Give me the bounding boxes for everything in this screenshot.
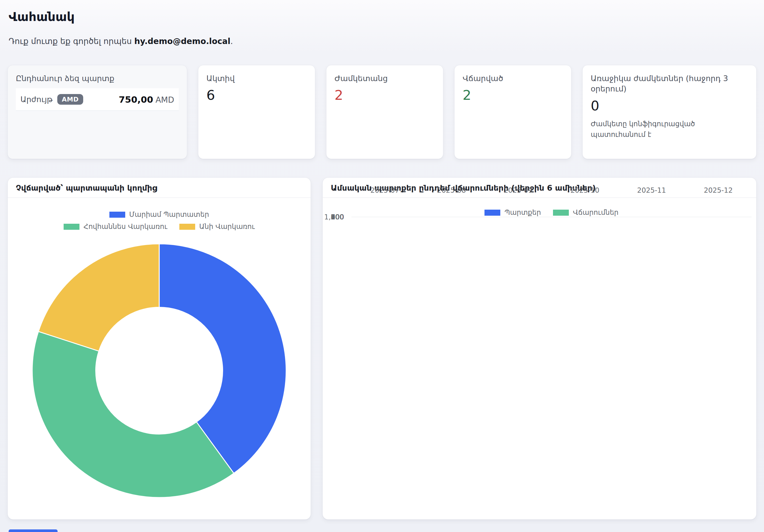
donut-legend-item-1[interactable]: Հովհաննես Վարկառու — [64, 222, 167, 231]
login-status-suffix: . — [230, 37, 233, 46]
donut-chart — [31, 243, 287, 499]
stats-row: Ընդհանուր ձեզ պարտք Արժույթ AMD 750,00AM… — [7, 65, 757, 159]
currency-row-right: 750,00AMD — [118, 94, 174, 105]
debt-currency: AMD — [155, 95, 174, 105]
bar-chart-body: ՊարտքերՎճարումներ 0100200300400500600700… — [323, 198, 756, 519]
donut-legend-item-2[interactable]: Անի Վարկառու — [179, 222, 255, 231]
active-count: 6 — [206, 87, 307, 103]
stat-title: Ժամկետանց — [334, 73, 435, 84]
stat-title: Վճարված — [463, 73, 563, 84]
legend-label: Հովհաննես Վարկառու — [84, 222, 167, 231]
stat-title: Ընդհանուր ձեզ պարտք — [16, 73, 179, 84]
upcoming-count: 0 — [591, 98, 748, 114]
donut-slice-1 — [32, 332, 234, 497]
donut-chart-card: Չվճարված՝ պարտապանի կողմից Մարիամ Պարտատ… — [7, 178, 311, 520]
dashboard-page: Վահանակ Դուք մուտք եք գործել որպես hy.de… — [0, 0, 764, 520]
bar-legend: ՊարտքերՎճարումներ — [351, 208, 752, 216]
debt-amount: 750,00 — [118, 94, 153, 105]
x-tick-label: 2025-10 — [571, 186, 599, 195]
donut-legend-item-0[interactable]: Մարիամ Պարտատեր — [109, 210, 209, 218]
upcoming-note: Ժամկետը կոնֆիգուրացված պատուհանում է — [591, 119, 729, 140]
bar-chart-card: Ամսական պարտքեր ընդդեմ վճարումների (վերջ… — [322, 178, 757, 520]
cutoff-bottom-element[interactable] — [9, 529, 58, 532]
donut-legend: Մարիամ ՊարտատերՀովհաննես ՎարկառուԱնի Վար… — [53, 210, 266, 231]
legend-swatch — [109, 212, 125, 218]
legend-label: Պարտքեր — [504, 208, 541, 216]
login-status-prefix: Դուք մուտք եք գործել որպես — [9, 37, 134, 46]
x-tick-label: 2025-07 — [370, 186, 399, 195]
user-email: hy.demo@demo.local — [134, 37, 231, 46]
currency-badge: AMD — [57, 94, 84, 105]
legend-swatch — [64, 224, 80, 230]
x-tick-label: 2025-11 — [637, 186, 666, 195]
page-title: Վահանակ — [9, 10, 755, 24]
y-tick-label: 1,000 — [324, 213, 344, 221]
legend-label: Մարիամ Պարտատեր — [129, 210, 209, 218]
bar-legend-item-0[interactable]: Պարտքեր — [484, 208, 541, 216]
stat-card-paid: Վճարված 2 — [454, 65, 571, 159]
donut-slice-2 — [39, 244, 159, 351]
login-status-text: Դուք մուտք եք գործել որպես hy.demo@demo.… — [9, 37, 755, 46]
x-tick-label: 2025-12 — [704, 186, 733, 195]
stat-card-active: Ակտիվ 6 — [198, 65, 315, 159]
bar-x-axis: 2025-072025-082025-092025-102025-112025-… — [351, 186, 752, 196]
charts-row: Չվճարված՝ պարտապանի կողմից Մարիամ Պարտատ… — [7, 178, 757, 520]
x-tick-label: 2025-09 — [504, 186, 532, 195]
stat-title: Ակտիվ — [206, 73, 307, 84]
donut-chart-body: Մարիամ ՊարտատերՀովհաննես ՎարկառուԱնի Վար… — [8, 198, 310, 519]
donut-chart-header: Չվճարված՝ պարտապանի կողմից — [8, 178, 310, 198]
paid-count: 2 — [463, 87, 563, 103]
overdue-count: 2 — [334, 87, 435, 103]
legend-label: Անի Վարկառու — [199, 222, 255, 231]
stat-title: Առաջիկա ժամկետներ (հաջորդ 3 օրերում) — [591, 73, 748, 94]
currency-row-left: Արժույթ AMD — [20, 94, 83, 105]
legend-label: Վճարումներ — [573, 208, 618, 216]
legend-swatch — [179, 224, 195, 230]
currency-row: Արժույթ AMD 750,00AMD — [16, 88, 179, 111]
donut-chart-title: Չվճարված՝ պարտապանի կողմից — [16, 184, 302, 193]
x-tick-label: 2025-08 — [437, 186, 466, 195]
legend-swatch — [484, 209, 500, 216]
legend-swatch — [553, 209, 569, 216]
gridline — [351, 217, 752, 217]
stat-card-overdue: Ժամկետանց 2 — [326, 65, 443, 159]
currency-label: Արժույթ — [20, 95, 53, 104]
bar-legend-item-1[interactable]: Վճարումներ — [553, 208, 618, 216]
stat-card-total-debt: Ընդհանուր ձեզ պարտք Արժույթ AMD 750,00AM… — [7, 65, 187, 159]
stat-card-upcoming: Առաջիկա ժամկետներ (հաջորդ 3 օրերում) 0 Ժ… — [582, 65, 757, 159]
